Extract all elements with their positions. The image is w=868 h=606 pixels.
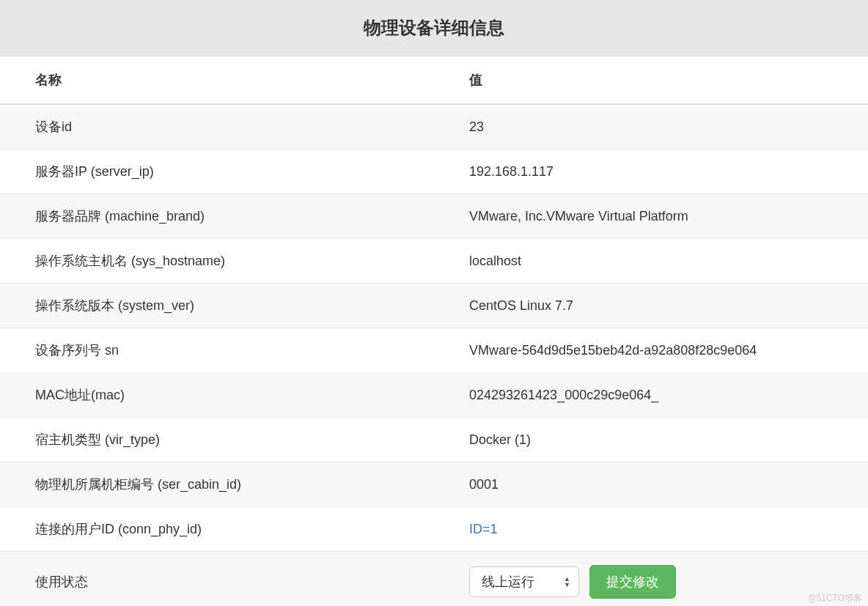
row-value: 192.168.1.117 — [434, 149, 868, 194]
row-value: VMware, Inc.VMware Virtual Platform — [434, 194, 868, 239]
table-row: 物理机所属机柜编号 (ser_cabin_id)0001 — [0, 462, 868, 507]
table-row: 服务器IP (server_ip)192.168.1.117 — [0, 149, 868, 194]
row-name: 设备id — [0, 104, 434, 149]
row-name: 连接的用户ID (conn_phy_id) — [0, 507, 434, 552]
row-value: 23 — [434, 104, 868, 149]
row-name: 设备序列号 sn — [0, 328, 434, 373]
table-row: 连接的用户ID (conn_phy_id)ID=1 — [0, 507, 868, 552]
table-row: MAC地址(mac)024293261423_000c29c9e064_ — [0, 373, 868, 418]
row-name: 宿主机类型 (vir_type) — [0, 418, 434, 462]
status-select[interactable]: 线上运行 — [469, 566, 579, 597]
table-row: 设备序列号 snVMware-564d9d5e15beb42d-a92a808f… — [0, 328, 868, 373]
user-id-link[interactable]: ID=1 — [469, 522, 498, 536]
device-detail-table: 名称 值 设备id23服务器IP (server_ip)192.168.1.11… — [0, 56, 868, 606]
page-title: 物理设备详细信息 — [0, 16, 868, 40]
row-value: ID=1 — [434, 507, 868, 552]
row-value: localhost — [434, 239, 868, 284]
row-name: 物理机所属机柜编号 (ser_cabin_id) — [0, 462, 434, 507]
row-value: 0001 — [434, 462, 868, 507]
row-name: MAC地址(mac) — [0, 373, 434, 418]
column-header-value: 值 — [434, 56, 868, 104]
page-title-bar: 物理设备详细信息 — [0, 0, 868, 56]
table-row: 服务器品牌 (machine_brand)VMware, Inc.VMware … — [0, 194, 868, 239]
column-header-name: 名称 — [0, 56, 434, 104]
table-row: 设备id23 — [0, 104, 868, 149]
row-value: Docker (1) — [434, 418, 868, 462]
table-row: 操作系统版本 (system_ver)CentOS Linux 7.7 — [0, 284, 868, 328]
row-value: 024293261423_000c29c9e064_ — [434, 373, 868, 418]
row-name: 操作系统主机名 (sys_hostname) — [0, 239, 434, 284]
submit-button[interactable]: 提交修改 — [589, 565, 676, 599]
row-name: 使用状态 — [0, 552, 434, 607]
row-name: 操作系统版本 (system_ver) — [0, 284, 434, 328]
table-row: 操作系统主机名 (sys_hostname)localhost — [0, 239, 868, 284]
row-value: 线上运行▲▼提交修改 — [434, 552, 868, 607]
table-row: 宿主机类型 (vir_type)Docker (1) — [0, 418, 868, 462]
row-value: VMware-564d9d5e15beb42d-a92a808f28c9e064 — [434, 328, 868, 373]
row-value: CentOS Linux 7.7 — [434, 284, 868, 328]
row-name: 服务器IP (server_ip) — [0, 149, 434, 194]
row-name: 服务器品牌 (machine_brand) — [0, 194, 434, 239]
watermark: @51CTO博客 — [807, 592, 862, 605]
table-row: 使用状态线上运行▲▼提交修改 — [0, 552, 868, 607]
